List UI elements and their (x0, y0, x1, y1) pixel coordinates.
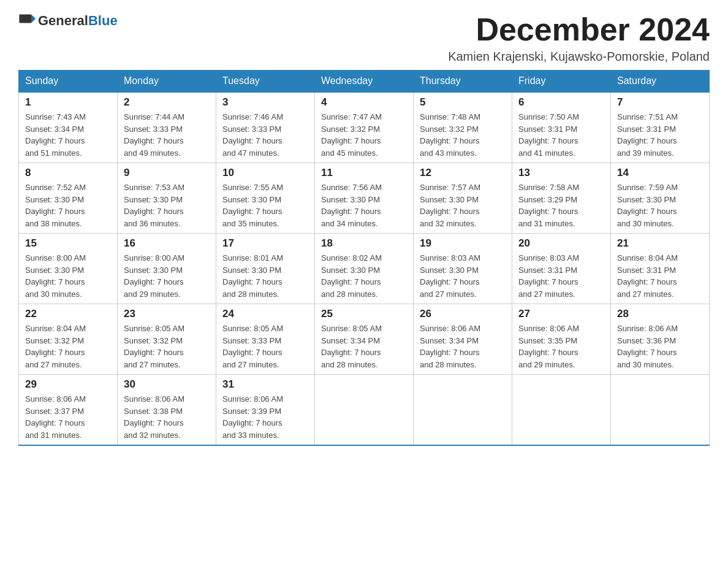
calendar-cell: 27 Sunrise: 8:06 AM Sunset: 3:35 PM Dayl… (512, 304, 611, 375)
day-number: 14 (617, 167, 703, 179)
day-info: Sunrise: 7:55 AM Sunset: 3:30 PM Dayligh… (222, 182, 308, 229)
day-info: Sunrise: 8:06 AM Sunset: 3:36 PM Dayligh… (617, 323, 703, 370)
day-number: 21 (617, 237, 703, 250)
day-info: Sunrise: 7:48 AM Sunset: 3:32 PM Dayligh… (420, 111, 506, 159)
calendar-cell: 25 Sunrise: 8:05 AM Sunset: 3:34 PM Dayl… (315, 304, 414, 375)
calendar-cell: 4 Sunrise: 7:47 AM Sunset: 3:32 PM Dayli… (315, 92, 414, 163)
calendar-cell: 9 Sunrise: 7:53 AM Sunset: 3:30 PM Dayli… (118, 163, 216, 234)
calendar-cell: 10 Sunrise: 7:55 AM Sunset: 3:30 PM Dayl… (216, 163, 315, 234)
logo-icon (18, 11, 36, 28)
calendar-cell: 11 Sunrise: 7:56 AM Sunset: 3:30 PM Dayl… (315, 163, 414, 234)
day-number: 2 (124, 96, 210, 109)
calendar-cell: 28 Sunrise: 8:06 AM Sunset: 3:36 PM Dayl… (611, 304, 710, 375)
day-info: Sunrise: 8:06 AM Sunset: 3:38 PM Dayligh… (124, 393, 210, 441)
day-info: Sunrise: 8:06 AM Sunset: 3:34 PM Dayligh… (420, 323, 506, 370)
col-wednesday: Wednesday (315, 71, 414, 93)
calendar-cell: 6 Sunrise: 7:50 AM Sunset: 3:31 PM Dayli… (512, 92, 611, 163)
day-info: Sunrise: 7:43 AM Sunset: 3:34 PM Dayligh… (25, 111, 111, 159)
day-number: 3 (222, 96, 308, 109)
calendar-cell: 8 Sunrise: 7:52 AM Sunset: 3:30 PM Dayli… (19, 163, 118, 234)
day-info: Sunrise: 8:06 AM Sunset: 3:39 PM Dayligh… (222, 393, 308, 441)
day-number: 18 (321, 237, 407, 250)
day-number: 31 (222, 378, 308, 391)
calendar-cell: 31 Sunrise: 8:06 AM Sunset: 3:39 PM Dayl… (216, 375, 315, 446)
calendar-cell: 18 Sunrise: 8:02 AM Sunset: 3:30 PM Dayl… (315, 234, 414, 304)
calendar-cell: 20 Sunrise: 8:03 AM Sunset: 3:31 PM Dayl… (512, 234, 611, 304)
day-number: 20 (518, 237, 604, 250)
day-info: Sunrise: 7:53 AM Sunset: 3:30 PM Dayligh… (124, 182, 210, 229)
calendar-cell: 14 Sunrise: 7:59 AM Sunset: 3:30 PM Dayl… (611, 163, 710, 234)
day-info: Sunrise: 8:03 AM Sunset: 3:30 PM Dayligh… (420, 252, 506, 300)
day-info: Sunrise: 7:59 AM Sunset: 3:30 PM Dayligh… (617, 182, 703, 229)
svg-rect-0 (19, 15, 31, 23)
day-info: Sunrise: 7:46 AM Sunset: 3:33 PM Dayligh… (222, 111, 308, 159)
col-friday: Friday (512, 71, 611, 93)
day-info: Sunrise: 7:56 AM Sunset: 3:30 PM Dayligh… (321, 182, 407, 229)
day-info: Sunrise: 8:04 AM Sunset: 3:31 PM Dayligh… (617, 252, 703, 300)
col-saturday: Saturday (611, 71, 710, 93)
title-block: December 2024 Kamien Krajenski, Kujawsko… (448, 12, 710, 64)
month-title: December 2024 (448, 12, 710, 47)
day-info: Sunrise: 8:01 AM Sunset: 3:30 PM Dayligh… (222, 252, 308, 300)
day-number: 24 (222, 308, 308, 320)
week-row-3: 15 Sunrise: 8:00 AM Sunset: 3:30 PM Dayl… (19, 234, 710, 304)
day-number: 28 (617, 308, 703, 320)
calendar-cell: 7 Sunrise: 7:51 AM Sunset: 3:31 PM Dayli… (611, 92, 710, 163)
calendar-cell: 13 Sunrise: 7:58 AM Sunset: 3:29 PM Dayl… (512, 163, 611, 234)
page-header: GeneralBlue December 2024 Kamien Krajens… (18, 12, 710, 64)
calendar-cell: 22 Sunrise: 8:04 AM Sunset: 3:32 PM Dayl… (19, 304, 118, 375)
calendar-cell (414, 375, 512, 446)
calendar-cell: 26 Sunrise: 8:06 AM Sunset: 3:34 PM Dayl… (414, 304, 512, 375)
day-number: 5 (420, 96, 506, 109)
day-number: 9 (124, 167, 210, 179)
week-row-2: 8 Sunrise: 7:52 AM Sunset: 3:30 PM Dayli… (19, 163, 710, 234)
week-row-1: 1 Sunrise: 7:43 AM Sunset: 3:34 PM Dayli… (19, 92, 710, 163)
calendar-cell: 16 Sunrise: 8:00 AM Sunset: 3:30 PM Dayl… (118, 234, 216, 304)
day-number: 26 (420, 308, 506, 320)
day-number: 16 (124, 237, 210, 250)
day-number: 19 (420, 237, 506, 250)
day-info: Sunrise: 8:06 AM Sunset: 3:35 PM Dayligh… (518, 323, 604, 370)
day-info: Sunrise: 7:51 AM Sunset: 3:31 PM Dayligh… (617, 111, 703, 159)
day-info: Sunrise: 7:57 AM Sunset: 3:30 PM Dayligh… (420, 182, 506, 229)
day-info: Sunrise: 8:00 AM Sunset: 3:30 PM Dayligh… (25, 252, 111, 300)
calendar-cell: 15 Sunrise: 8:00 AM Sunset: 3:30 PM Dayl… (19, 234, 118, 304)
calendar-cell (512, 375, 611, 446)
day-number: 13 (518, 167, 604, 179)
day-info: Sunrise: 7:44 AM Sunset: 3:33 PM Dayligh… (124, 111, 210, 159)
day-number: 27 (518, 308, 604, 320)
week-row-4: 22 Sunrise: 8:04 AM Sunset: 3:32 PM Dayl… (19, 304, 710, 375)
svg-marker-1 (31, 15, 36, 23)
calendar-cell: 12 Sunrise: 7:57 AM Sunset: 3:30 PM Dayl… (414, 163, 512, 234)
calendar-table: Sunday Monday Tuesday Wednesday Thursday… (18, 70, 710, 446)
day-number: 1 (25, 96, 111, 109)
header-row: Sunday Monday Tuesday Wednesday Thursday… (19, 71, 710, 93)
calendar-cell: 3 Sunrise: 7:46 AM Sunset: 3:33 PM Dayli… (216, 92, 315, 163)
day-number: 15 (25, 237, 111, 250)
day-number: 6 (518, 96, 604, 109)
day-number: 10 (222, 167, 308, 179)
logo-blue: Blue (88, 13, 118, 28)
day-number: 23 (124, 308, 210, 320)
col-tuesday: Tuesday (216, 71, 315, 93)
day-number: 12 (420, 167, 506, 179)
day-number: 7 (617, 96, 703, 109)
day-number: 17 (222, 237, 308, 250)
calendar-cell: 21 Sunrise: 8:04 AM Sunset: 3:31 PM Dayl… (611, 234, 710, 304)
calendar-cell: 5 Sunrise: 7:48 AM Sunset: 3:32 PM Dayli… (414, 92, 512, 163)
day-number: 4 (321, 96, 407, 109)
calendar-cell: 24 Sunrise: 8:05 AM Sunset: 3:33 PM Dayl… (216, 304, 315, 375)
logo[interactable]: GeneralBlue (18, 12, 118, 29)
calendar-cell: 23 Sunrise: 8:05 AM Sunset: 3:32 PM Dayl… (118, 304, 216, 375)
day-number: 11 (321, 167, 407, 179)
day-info: Sunrise: 8:05 AM Sunset: 3:34 PM Dayligh… (321, 323, 407, 370)
day-info: Sunrise: 8:00 AM Sunset: 3:30 PM Dayligh… (124, 252, 210, 300)
week-row-5: 29 Sunrise: 8:06 AM Sunset: 3:37 PM Dayl… (19, 375, 710, 446)
calendar-cell: 29 Sunrise: 8:06 AM Sunset: 3:37 PM Dayl… (19, 375, 118, 446)
calendar-cell: 1 Sunrise: 7:43 AM Sunset: 3:34 PM Dayli… (19, 92, 118, 163)
day-info: Sunrise: 7:50 AM Sunset: 3:31 PM Dayligh… (518, 111, 604, 159)
day-info: Sunrise: 8:05 AM Sunset: 3:32 PM Dayligh… (124, 323, 210, 370)
calendar-cell: 17 Sunrise: 8:01 AM Sunset: 3:30 PM Dayl… (216, 234, 315, 304)
day-info: Sunrise: 7:58 AM Sunset: 3:29 PM Dayligh… (518, 182, 604, 229)
calendar-cell: 30 Sunrise: 8:06 AM Sunset: 3:38 PM Dayl… (118, 375, 216, 446)
